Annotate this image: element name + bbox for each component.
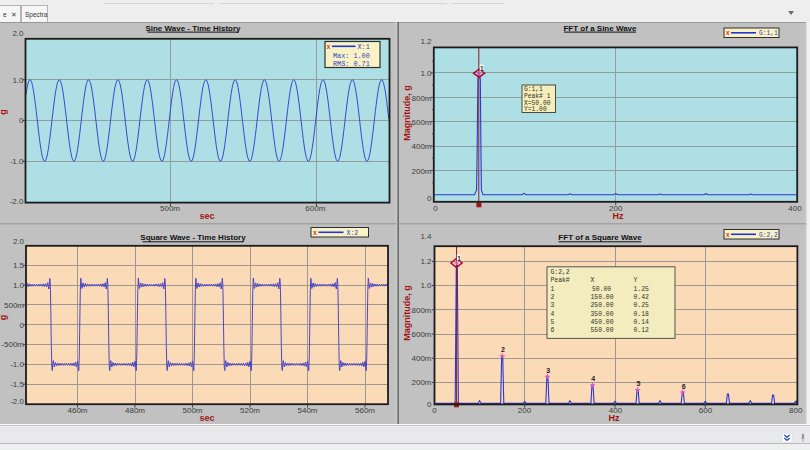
svg-text:Square Wave - Time History: Square Wave - Time History <box>140 233 246 242</box>
svg-text:2.0: 2.0 <box>13 237 25 246</box>
svg-text:600m: 600m <box>411 118 431 127</box>
svg-text:Y=1.00: Y=1.00 <box>524 106 547 113</box>
svg-text:400m: 400m <box>411 354 431 363</box>
svg-text:6: 6 <box>682 383 686 390</box>
svg-text:Hz: Hz <box>613 211 624 221</box>
svg-text:1: 1 <box>551 286 555 293</box>
svg-text:0: 0 <box>427 194 432 203</box>
svg-text:Magnitude, g: Magnitude, g <box>402 285 412 341</box>
svg-text:x: x <box>313 230 317 237</box>
svg-text:x: x <box>726 30 730 37</box>
svg-text:350.00: 350.00 <box>591 311 614 318</box>
svg-text:FFT of a Square Wave: FFT of a Square Wave <box>558 233 642 242</box>
svg-text:0: 0 <box>433 204 438 213</box>
svg-text:1: 1 <box>480 65 484 72</box>
svg-text:520m: 520m <box>240 406 260 415</box>
svg-text:200: 200 <box>518 406 532 415</box>
svg-text:Sine Wave - Time History: Sine Wave - Time History <box>145 24 241 33</box>
svg-text:3: 3 <box>551 302 555 309</box>
svg-text:200m: 200m <box>411 378 431 387</box>
svg-text:Magnitude, g: Magnitude, g <box>402 85 412 141</box>
svg-text:150.00: 150.00 <box>591 294 614 301</box>
svg-text:1.4: 1.4 <box>420 232 432 241</box>
svg-text:400: 400 <box>788 204 802 213</box>
svg-text:600: 600 <box>699 406 713 415</box>
svg-text:450.00: 450.00 <box>591 319 614 326</box>
svg-text:4: 4 <box>551 311 555 318</box>
svg-text:Max: 1.00: Max: 1.00 <box>333 52 370 60</box>
svg-text:800: 800 <box>789 406 803 415</box>
svg-text:0.12: 0.12 <box>634 327 650 334</box>
svg-text:g: g <box>0 315 8 321</box>
svg-text:6: 6 <box>551 327 555 334</box>
svg-text:RMS: 0.71: RMS: 0.71 <box>333 60 370 68</box>
svg-text:0.14: 0.14 <box>634 319 650 326</box>
svg-text:0.42: 0.42 <box>634 294 650 301</box>
svg-text:g: g <box>0 109 8 115</box>
svg-text:600m: 600m <box>411 330 431 339</box>
svg-text:1.5: 1.5 <box>13 261 25 270</box>
svg-text:500m: 500m <box>160 204 180 213</box>
svg-text:5: 5 <box>636 380 640 387</box>
svg-text:50.00: 50.00 <box>592 286 611 293</box>
svg-text:sec: sec <box>199 211 214 221</box>
svg-text:-500m: -500m <box>1 340 24 349</box>
svg-text:250.00: 250.00 <box>591 302 614 309</box>
svg-text:540m: 540m <box>297 406 317 415</box>
svg-text:-1.0: -1.0 <box>10 157 24 166</box>
svg-text:-2.0: -2.0 <box>10 397 24 406</box>
svg-text:1: 1 <box>457 255 461 262</box>
svg-text:X:2: X:2 <box>347 230 359 237</box>
svg-text:0.18: 0.18 <box>634 311 650 318</box>
svg-text:G:1,1: G:1,1 <box>759 30 778 37</box>
svg-text:2: 2 <box>501 346 505 353</box>
svg-text:4: 4 <box>591 375 595 382</box>
svg-text:0: 0 <box>432 406 437 415</box>
svg-text:Hz: Hz <box>609 413 620 423</box>
svg-text:400m: 400m <box>411 142 431 151</box>
svg-text:-1.5: -1.5 <box>10 380 24 389</box>
svg-text:5: 5 <box>551 319 555 326</box>
svg-text:1.0: 1.0 <box>13 281 25 290</box>
svg-text:2: 2 <box>551 294 555 301</box>
svg-text:560m: 560m <box>355 406 375 415</box>
svg-text:G:2,2: G:2,2 <box>551 269 570 276</box>
svg-text:1.25: 1.25 <box>634 286 650 293</box>
svg-text:1.2: 1.2 <box>420 257 432 266</box>
svg-text:480m: 480m <box>125 406 145 415</box>
svg-text:x: x <box>726 232 730 239</box>
svg-text:X:1: X:1 <box>358 43 370 51</box>
svg-text:sec: sec <box>199 413 214 423</box>
svg-text:800m: 800m <box>411 94 431 103</box>
svg-text:2.0: 2.0 <box>12 29 24 38</box>
svg-text:-2.0: -2.0 <box>10 197 24 206</box>
svg-text:0: 0 <box>19 116 24 125</box>
svg-text:800m: 800m <box>411 306 431 315</box>
svg-text:-1.0: -1.0 <box>10 360 24 369</box>
svg-text:FFT of a Sine Wave: FFT of a Sine Wave <box>563 24 637 33</box>
svg-text:3: 3 <box>546 367 550 374</box>
svg-text:1.0: 1.0 <box>420 281 432 290</box>
svg-text:0.25: 0.25 <box>634 302 650 309</box>
svg-text:Peak#: Peak# <box>551 277 570 284</box>
svg-text:1.0: 1.0 <box>12 76 24 85</box>
svg-text:x: x <box>327 44 331 51</box>
svg-text:0: 0 <box>20 321 25 330</box>
svg-text:G:2,2: G:2,2 <box>759 232 778 239</box>
svg-text:Y: Y <box>634 277 638 284</box>
svg-text:460m: 460m <box>67 406 87 415</box>
svg-text:550.00: 550.00 <box>591 327 614 334</box>
svg-text:600m: 600m <box>305 204 325 213</box>
svg-text:1.0: 1.0 <box>420 69 432 78</box>
svg-text:X: X <box>591 277 595 284</box>
svg-text:500m: 500m <box>4 301 24 310</box>
svg-text:1.2: 1.2 <box>420 37 432 46</box>
svg-text:200m: 200m <box>411 167 431 176</box>
